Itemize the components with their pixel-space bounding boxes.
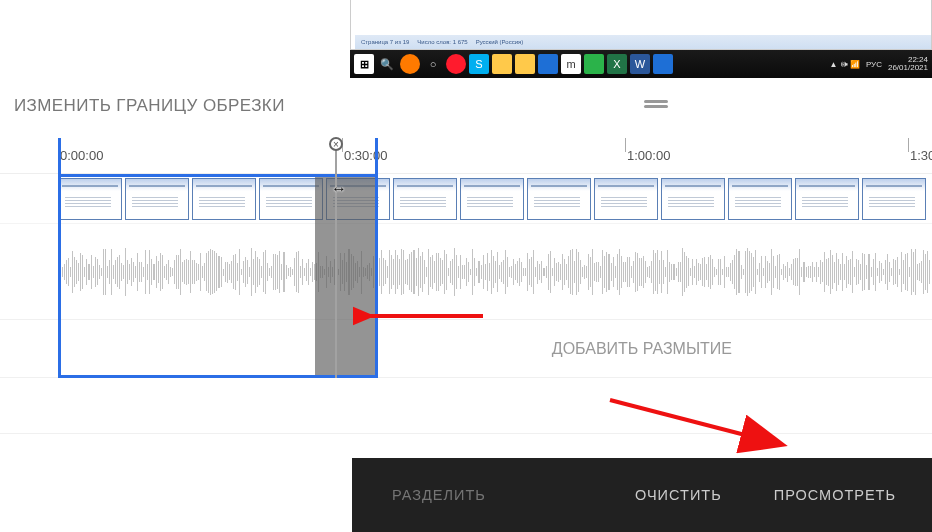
audio-waveform (0, 244, 932, 300)
app1-icon (538, 54, 558, 74)
status-lang: Русский (Россия) (476, 39, 524, 45)
status-page: Страница 7 из 19 (361, 39, 409, 45)
action-toolbar: РАЗДЕЛИТЬ ОЧИСТИТЬ ПРОСМОТРЕТЬ (352, 458, 932, 532)
status-words: Число слов: 1 675 (417, 39, 467, 45)
app4-icon (653, 54, 673, 74)
annotation-arrow-2 (600, 394, 800, 454)
page-title: ИЗМЕНИТЬ ГРАНИЦУ ОБРЕЗКИ (14, 96, 285, 116)
preview-button[interactable]: ПРОСМОТРЕТЬ (760, 479, 910, 511)
video-thumbnail (661, 178, 725, 220)
video-thumbnail (527, 178, 591, 220)
drag-handle-icon[interactable] (644, 100, 668, 103)
word-status-bar: Страница 7 из 19 Число слов: 1 675 Русск… (355, 35, 931, 49)
ruler-tick: 1:00:00 (625, 138, 626, 174)
firefox-icon (400, 54, 420, 74)
video-thumbnail (460, 178, 524, 220)
search2-icon: ○ (423, 54, 443, 74)
thumbnail-strip (58, 178, 926, 220)
blur-track[interactable]: ДОБАВИТЬ РАЗМЫТИЕ (0, 320, 932, 378)
svg-line-1 (610, 400, 780, 444)
tray-lang: РУС (866, 60, 882, 69)
skype-icon: S (469, 54, 489, 74)
split-button[interactable]: РАЗДЕЛИТЬ (378, 479, 500, 511)
ruler-tick: 1:30:00 (908, 138, 909, 174)
folder-icon (492, 54, 512, 74)
video-thumbnail (862, 178, 926, 220)
clear-button[interactable]: ОЧИСТИТЬ (621, 479, 736, 511)
ruler-label: 0:30:00 (344, 148, 387, 163)
ruler-label: 1:30:00 (910, 148, 932, 163)
ruler-label: 0:00:00 (60, 148, 103, 163)
word-window: Страница 7 из 19 Число слов: 1 675 Русск… (350, 0, 932, 50)
video-thumbnail (58, 178, 122, 220)
opera-icon (446, 54, 466, 74)
resize-cursor-icon: ↔ (327, 180, 351, 198)
playhead-close-icon[interactable]: × (329, 137, 343, 151)
tray-icons: ▲ 🕪 📶 (830, 60, 860, 69)
video-thumbnail (192, 178, 256, 220)
trim-shade (315, 174, 375, 378)
video-thumbnail (259, 178, 323, 220)
video-thumbnail (728, 178, 792, 220)
video-thumbnail (393, 178, 457, 220)
annotation-arrow-1 (353, 298, 493, 328)
video-track[interactable] (0, 174, 932, 224)
playhead[interactable]: × (335, 138, 337, 378)
start-icon: ⊞ (354, 54, 374, 74)
folder2-icon (515, 54, 535, 74)
video-thumbnail (795, 178, 859, 220)
windows-taskbar: ⊞ 🔍 ○ S m X W ▲ 🕪 📶 РУС 22:24 26/01/2021 (350, 50, 932, 78)
clock-date: 26/01/2021 (888, 64, 928, 72)
trim-border-top (58, 174, 378, 177)
search-icon: 🔍 (377, 54, 397, 74)
ruler-label: 1:00:00 (627, 148, 670, 163)
trim-border-bottom (58, 375, 378, 378)
add-blur-label[interactable]: ДОБАВИТЬ РАЗМЫТИЕ (552, 340, 732, 358)
word-icon: W (630, 54, 650, 74)
app3-icon (584, 54, 604, 74)
app2-icon: m (561, 54, 581, 74)
excel-icon: X (607, 54, 627, 74)
time-ruler[interactable]: 0:00:000:30:001:00:001:30:00 (0, 138, 932, 174)
video-thumbnail (594, 178, 658, 220)
embedded-desktop: Страница 7 из 19 Число слов: 1 675 Русск… (350, 0, 932, 78)
tray-clock: 22:24 26/01/2021 (888, 56, 928, 72)
video-thumbnail (125, 178, 189, 220)
